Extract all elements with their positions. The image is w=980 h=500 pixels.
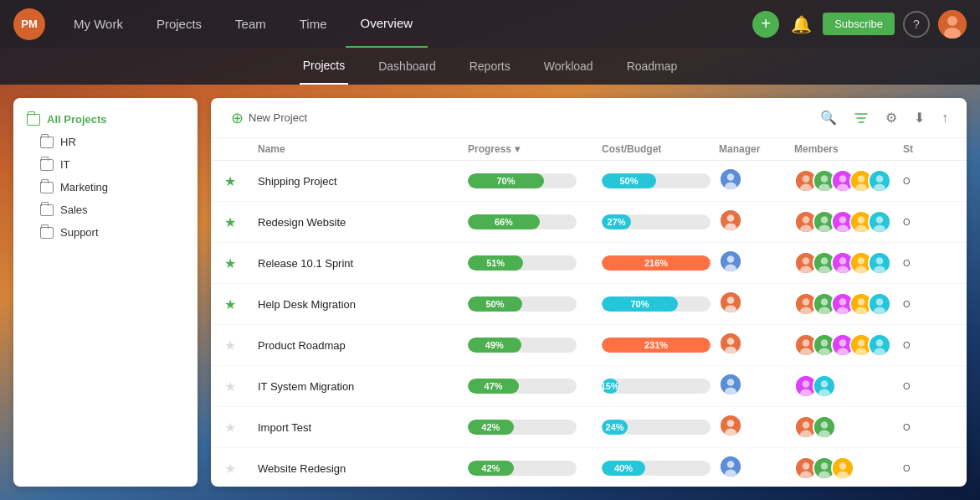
member-avatar	[868, 210, 891, 234]
svg-point-64	[821, 298, 829, 306]
filter-icon	[854, 111, 869, 126]
folder-icon	[40, 137, 54, 148]
sidebar-item-it[interactable]: IT	[33, 153, 191, 176]
tab-workload[interactable]: Workload	[541, 48, 597, 85]
row-cost: 231%	[602, 338, 719, 353]
row-manager	[719, 168, 794, 194]
sidebar-item-support[interactable]: Support	[33, 221, 191, 244]
row-progress: 42%	[468, 420, 602, 435]
manager-avatar	[719, 250, 742, 273]
add-button[interactable]: +	[752, 11, 779, 38]
row-members	[794, 415, 903, 439]
tab-reports[interactable]: Reports	[466, 48, 514, 85]
row-manager	[719, 209, 794, 235]
sidebar-children: HR IT Marketing Sales Support	[33, 131, 191, 244]
svg-point-58	[727, 296, 735, 304]
members-group	[794, 292, 903, 316]
user-avatar[interactable]	[938, 10, 967, 39]
nav-my-work[interactable]: My Work	[59, 0, 138, 48]
tab-projects[interactable]: Projects	[300, 48, 349, 85]
star-icon: ★	[224, 256, 236, 271]
sidebar-all-projects[interactable]: All Projects	[20, 108, 191, 131]
nav-overview[interactable]: Overview	[346, 0, 428, 48]
row-name: Help Desk Migration	[258, 298, 468, 311]
svg-point-86	[837, 348, 849, 356]
table-row[interactable]: ★ Product Roadmap 49% 231%	[211, 325, 967, 366]
cost-track: 24%	[602, 420, 711, 435]
row-status: O	[903, 381, 953, 391]
notifications-button[interactable]: 🔔	[788, 11, 814, 38]
progress-track: 70%	[468, 173, 577, 188]
sidebar-item-hr[interactable]: HR	[33, 131, 191, 153]
logo: PM	[13, 8, 45, 40]
row-cost: 15%	[602, 379, 719, 394]
download-button[interactable]: ⬇	[909, 106, 930, 129]
svg-point-14	[837, 183, 849, 192]
row-manager	[719, 250, 794, 276]
star-icon: ★	[224, 338, 236, 353]
table-header: Name Progress ▾ Cost/Budget Manager Memb…	[211, 138, 967, 161]
svg-point-59	[725, 305, 736, 313]
share-button[interactable]: ↑	[936, 107, 953, 129]
svg-point-35	[855, 224, 867, 233]
sidebar-item-sales[interactable]: Sales	[33, 198, 191, 221]
row-name: Website Redesign	[258, 462, 468, 475]
table-row[interactable]: ★ Redesign Website 66% 27%	[211, 202, 967, 243]
svg-point-121	[839, 462, 847, 470]
table-row[interactable]: ★ Help Desk Migration 50% 70%	[211, 284, 967, 325]
cost-fill: 15%	[602, 379, 618, 394]
svg-point-28	[821, 216, 829, 224]
row-members	[794, 292, 903, 316]
row-members	[794, 456, 903, 480]
row-manager	[719, 414, 794, 441]
nav-time[interactable]: Time	[285, 0, 342, 48]
row-name: Release 10.1 Sprint	[258, 257, 468, 270]
tab-roadmap[interactable]: Roadmap	[623, 48, 681, 85]
filter-button[interactable]	[849, 107, 874, 129]
table-row[interactable]: ★ Website Redesign 42% 40%	[211, 448, 967, 487]
svg-point-52	[858, 257, 865, 265]
table-row[interactable]: ★ IT System Migration 47% 15%	[211, 366, 967, 407]
subscribe-button[interactable]: Subscribe	[823, 13, 895, 35]
member-avatar	[868, 251, 891, 275]
svg-point-109	[821, 421, 829, 429]
svg-point-29	[818, 224, 830, 233]
member-avatar	[868, 169, 891, 193]
col-progress[interactable]: Progress ▾	[468, 143, 602, 155]
cost-fill: 40%	[602, 461, 645, 476]
col-cost: Cost/Budget	[602, 143, 719, 155]
members-group	[794, 333, 903, 357]
col-manager: Manager	[719, 143, 794, 155]
svg-point-73	[876, 298, 884, 306]
svg-point-115	[803, 462, 810, 470]
tab-dashboard[interactable]: Dashboard	[375, 48, 439, 85]
settings-button[interactable]: ⚙	[880, 106, 902, 129]
row-progress: 42%	[468, 461, 602, 476]
manager-avatar	[719, 168, 742, 191]
svg-point-43	[803, 257, 810, 265]
cost-fill: 50%	[602, 173, 656, 188]
star-icon: ★	[224, 379, 236, 394]
progress-fill: 66%	[468, 214, 540, 229]
star-icon: ★	[224, 297, 236, 312]
table-row[interactable]: ★ Shipping Project 70% 50%	[211, 161, 967, 202]
progress-track: 50%	[468, 296, 577, 312]
help-button[interactable]: ?	[903, 11, 930, 38]
nav-projects[interactable]: Projects	[141, 0, 217, 48]
svg-point-112	[727, 461, 735, 468]
new-project-button[interactable]: ⊕ New Project	[224, 107, 314, 129]
nav-team[interactable]: Team	[220, 0, 281, 48]
row-status: O	[903, 463, 953, 473]
svg-point-34	[858, 216, 865, 224]
search-button[interactable]: 🔍	[815, 106, 842, 129]
members-group	[794, 456, 903, 480]
table-row[interactable]: ★ Release 10.1 Sprint 51% 216%	[211, 243, 967, 284]
table-row[interactable]: ★ Import Test 42% 24%	[211, 407, 967, 448]
sub-tabs: Projects Dashboard Reports Workload Road…	[0, 48, 980, 85]
svg-point-107	[800, 430, 812, 438]
cost-fill: 27%	[602, 214, 631, 229]
content-area: All Projects HR IT Marketing Sales Suppo…	[0, 85, 980, 500]
add-project-icon: ⊕	[231, 111, 244, 126]
sidebar-item-marketing[interactable]: Marketing	[33, 176, 191, 198]
svg-point-92	[874, 348, 885, 356]
